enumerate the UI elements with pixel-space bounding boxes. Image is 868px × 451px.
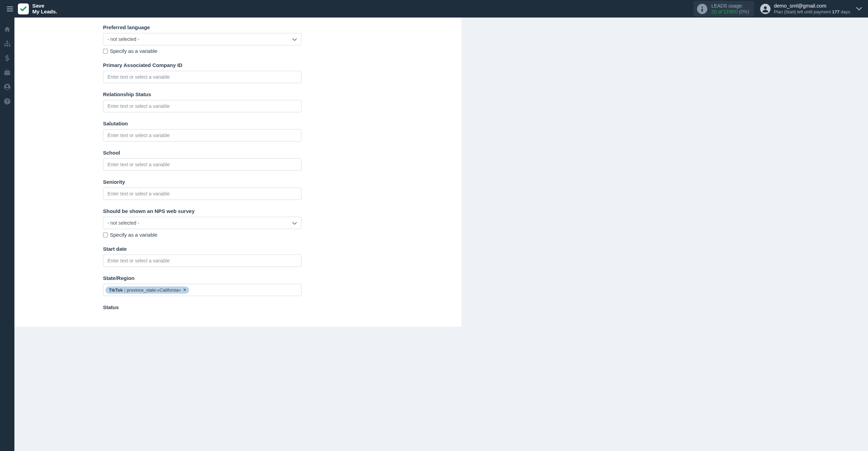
app-name: Save My Leads. <box>32 3 57 14</box>
help-icon[interactable] <box>4 98 11 105</box>
chevron-down-icon <box>292 36 297 42</box>
svg-rect-7 <box>4 71 10 75</box>
leads-usage-box[interactable]: LEADS usage: 20 of 13'850 (0%) <box>694 1 754 17</box>
field-salutation: Salutation <box>103 121 323 142</box>
form-section: Preferred language - not selected - Spec… <box>14 24 337 310</box>
dollar-icon[interactable] <box>4 55 11 61</box>
field-primary-company-id: Primary Associated Company ID <box>103 62 323 83</box>
select-preferred-language[interactable]: - not selected - <box>103 33 301 45</box>
field-nps-survey: Should be shown an NPS web survey - not … <box>103 208 323 238</box>
sitemap-icon[interactable] <box>4 40 11 47</box>
home-icon[interactable] <box>4 26 11 33</box>
input-seniority[interactable] <box>103 188 301 200</box>
label-state-region: State/Region <box>103 275 323 281</box>
label-school: School <box>103 150 323 156</box>
field-start-date: Start date <box>103 246 323 267</box>
user-account-box[interactable]: demo_sml@gmail.com Plan |Start| left unt… <box>760 3 850 15</box>
svg-point-9 <box>6 85 9 87</box>
side-nav <box>0 18 14 327</box>
field-school: School <box>103 150 323 171</box>
input-primary-company-id[interactable] <box>103 71 301 83</box>
field-preferred-language: Preferred language - not selected - Spec… <box>103 24 323 54</box>
svg-rect-3 <box>7 41 8 42</box>
app-logo[interactable] <box>18 3 29 14</box>
label-preferred-language: Preferred language <box>103 24 323 30</box>
checkbox-label-2[interactable]: Specify as a variable <box>110 232 157 238</box>
input-salutation[interactable] <box>103 129 301 142</box>
input-start-date[interactable] <box>103 255 301 267</box>
avatar-icon <box>760 4 770 14</box>
variable-tag: TikTok | province_state: «California» ✕ <box>105 286 189 294</box>
usage-total: 13'850 <box>723 9 738 14</box>
content-panel: Preferred language - not selected - Spec… <box>14 18 461 327</box>
input-relationship-status[interactable] <box>103 100 301 112</box>
input-state-region[interactable]: TikTok | province_state: «California» ✕ <box>103 284 301 296</box>
svg-point-11 <box>7 103 8 103</box>
svg-rect-1 <box>701 9 703 12</box>
checkbox-specify-variable-1[interactable] <box>103 49 108 54</box>
label-salutation: Salutation <box>103 121 323 126</box>
select-nps-survey[interactable]: - not selected - <box>103 217 301 229</box>
field-status: Status <box>103 304 323 310</box>
user-icon[interactable] <box>4 83 11 90</box>
chevron-down-icon <box>292 220 297 226</box>
input-school[interactable] <box>103 158 301 171</box>
user-plan: Plan |Start| left until payment 177 days <box>774 9 850 15</box>
svg-rect-5 <box>7 45 8 46</box>
svg-point-0 <box>701 7 703 8</box>
checkbox-label-1[interactable]: Specify as a variable <box>110 48 157 54</box>
usage-of: of <box>718 9 722 14</box>
usage-pct: (0%) <box>739 9 749 14</box>
field-seniority: Seniority <box>103 179 323 200</box>
user-email: demo_sml@gmail.com <box>774 3 850 9</box>
briefcase-icon[interactable] <box>4 69 11 76</box>
label-nps-survey: Should be shown an NPS web survey <box>103 208 323 214</box>
label-primary-company-id: Primary Associated Company ID <box>103 62 323 68</box>
hamburger-icon[interactable] <box>3 4 16 14</box>
usage-count: 20 <box>711 9 717 14</box>
info-icon <box>697 4 707 14</box>
tag-remove-icon[interactable]: ✕ <box>183 287 186 292</box>
field-relationship-status: Relationship Status <box>103 91 323 112</box>
label-relationship-status: Relationship Status <box>103 91 323 97</box>
field-state-region: State/Region TikTok | province_state: «C… <box>103 275 323 296</box>
label-status: Status <box>103 304 323 310</box>
svg-rect-6 <box>9 45 10 46</box>
content-wrap: Preferred language - not selected - Spec… <box>14 18 868 327</box>
svg-point-2 <box>764 6 767 9</box>
usage-label: LEADS usage: <box>711 3 749 9</box>
checkbox-specify-variable-2[interactable] <box>103 233 108 237</box>
chevron-down-icon[interactable] <box>854 3 865 14</box>
top-header: Save My Leads. LEADS usage: 20 of 13'850… <box>0 0 868 18</box>
label-seniority: Seniority <box>103 179 323 185</box>
label-start-date: Start date <box>103 246 323 252</box>
svg-rect-4 <box>4 45 6 46</box>
